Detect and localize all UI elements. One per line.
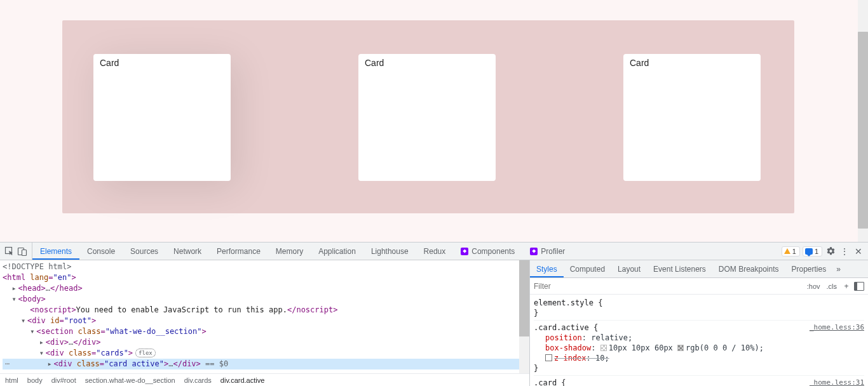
card-3[interactable]: Card [623, 54, 761, 181]
tab-sources[interactable]: Sources [123, 243, 166, 260]
tab-properties[interactable]: Properties [785, 260, 833, 277]
page-canvas: Card Card Card [62, 20, 794, 213]
settings-icon[interactable] [825, 246, 836, 257]
styles-rules[interactable]: element.style { } _home.less:36 .card.ac… [530, 295, 868, 386]
styles-filter-input[interactable] [534, 282, 804, 291]
messages-badge[interactable]: 1 [803, 246, 822, 256]
message-icon [805, 248, 813, 255]
card-1[interactable]: Card [93, 54, 231, 181]
svg-rect-2 [22, 250, 27, 255]
tab-application[interactable]: Application [311, 243, 363, 260]
toggle-computed-sidebar-icon[interactable] [854, 282, 864, 291]
inspect-element-icon[interactable] [4, 246, 15, 257]
tab-network[interactable]: Network [166, 243, 209, 260]
crumb-cards[interactable]: div.cards [184, 376, 212, 384]
warnings-badge[interactable]: 1 [782, 246, 800, 256]
close-devtools-icon[interactable]: ✕ [853, 246, 864, 257]
crumb-body[interactable]: body [27, 376, 43, 384]
flex-badge[interactable]: flex [135, 349, 156, 357]
rule-card-active[interactable]: _home.less:36 .card.active { position: r… [534, 321, 864, 376]
tab-memory[interactable]: Memory [268, 243, 311, 260]
page-scrollbar-thumb[interactable] [858, 32, 868, 229]
dom-tree[interactable]: <!DOCTYPE html> <html lang="en"> ▸<head>… [0, 260, 529, 373]
dom-scrollbar[interactable] [519, 260, 529, 373]
react-profiler-icon [530, 248, 538, 255]
page-scrollbar-track[interactable] [858, 0, 868, 242]
card-2[interactable]: Card [358, 54, 496, 181]
rule-source-link[interactable]: _home.less:31 [810, 378, 864, 386]
more-tabs-icon[interactable]: » [832, 265, 844, 274]
tab-performance[interactable]: Performance [209, 243, 268, 260]
breadcrumb: html body div#root section.what-we-do__s… [0, 373, 529, 386]
tab-console[interactable]: Console [79, 243, 123, 260]
warning-icon [784, 248, 790, 254]
tab-redux[interactable]: Redux [416, 243, 454, 260]
tab-lighthouse[interactable]: Lighthouse [363, 243, 416, 260]
devtools: Elements Console Sources Network Perform… [0, 242, 868, 386]
shadow-swatch-icon[interactable] [600, 345, 607, 351]
rule-source-link[interactable]: _home.less:36 [810, 323, 864, 333]
more-icon[interactable]: ⋮ [839, 246, 850, 257]
crumb-root[interactable]: div#root [51, 376, 76, 384]
device-toggle-icon[interactable] [17, 246, 28, 257]
react-components-icon [461, 248, 468, 255]
hov-toggle[interactable]: :hov [804, 281, 824, 291]
elements-panel: <!DOCTYPE html> <html lang="en"> ▸<head>… [0, 260, 530, 386]
tab-dom-breakpoints[interactable]: DOM Breakpoints [712, 260, 785, 277]
property-checkbox[interactable] [545, 354, 552, 361]
color-swatch-icon[interactable] [677, 345, 684, 351]
cls-toggle[interactable]: .cls [824, 281, 841, 291]
tab-computed[interactable]: Computed [564, 260, 611, 277]
tab-layout[interactable]: Layout [611, 260, 647, 277]
crumb-card-active[interactable]: div.card.active [220, 376, 265, 384]
crumb-html[interactable]: html [5, 376, 18, 384]
styles-tabs: Styles Computed Layout Event Listeners D… [530, 260, 868, 278]
rendered-page: Card Card Card [0, 0, 868, 242]
selected-line-marker: ⋯ [3, 359, 13, 369]
styles-filter-row: :hov .cls + [530, 278, 868, 295]
tab-profiler[interactable]: Profiler [522, 243, 573, 260]
tab-styles[interactable]: Styles [530, 260, 564, 277]
rule-element-style[interactable]: element.style { } [534, 296, 864, 321]
tab-elements[interactable]: Elements [32, 243, 79, 260]
tab-event-listeners[interactable]: Event Listeners [647, 260, 712, 277]
dom-scroll-thumb[interactable] [519, 260, 529, 336]
rule-card[interactable]: _home.less:31 .card { width: 300px; [534, 376, 864, 386]
styles-panel: Styles Computed Layout Event Listeners D… [530, 260, 868, 386]
devtools-tabs: Elements Console Sources Network Perform… [0, 243, 868, 260]
tab-components[interactable]: Components [453, 243, 522, 260]
new-style-rule-icon[interactable]: + [840, 282, 853, 291]
crumb-section[interactable]: section.what-we-do__section [85, 376, 175, 384]
